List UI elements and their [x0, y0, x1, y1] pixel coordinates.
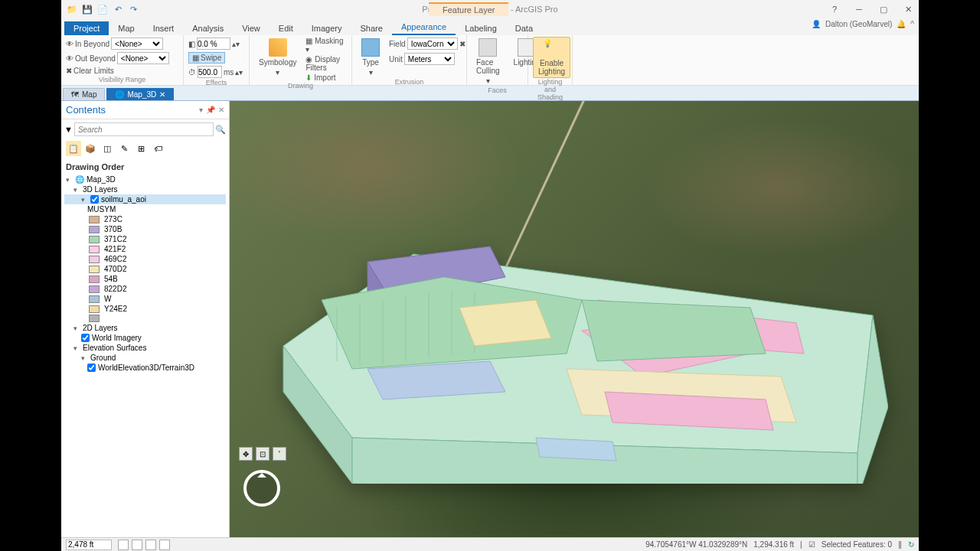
- type-button[interactable]: Type▾: [357, 37, 384, 78]
- open-icon[interactable]: 📁: [66, 3, 78, 15]
- list-selection-icon[interactable]: ◫: [100, 141, 115, 156]
- tab-share[interactable]: Share: [351, 21, 392, 35]
- close-icon[interactable]: ✕: [900, 3, 916, 15]
- close-tab-icon[interactable]: ✕: [159, 90, 165, 99]
- clear-limits-label[interactable]: Clear Limits: [74, 67, 114, 75]
- eye-icon: 👁: [66, 54, 74, 63]
- legend-item[interactable]: Y24E2: [64, 304, 226, 314]
- doc-tab-map3d[interactable]: 🌐Map_3D✕: [106, 88, 174, 100]
- sb-icon-3[interactable]: [145, 540, 156, 550]
- contents-pane: Contents ▾ 📌 ✕ ▼ 🔍 📋 📦 ◫ ✎ ⊞ 🏷: [61, 101, 230, 537]
- unit-select[interactable]: Meters: [404, 53, 455, 65]
- ground-label[interactable]: Ground: [90, 354, 116, 362]
- tab-edit[interactable]: Edit: [270, 21, 302, 35]
- list-editing-icon[interactable]: ✎: [116, 141, 132, 156]
- sb-icon-1[interactable]: [118, 540, 129, 550]
- legend-item[interactable]: 469C2: [64, 254, 226, 264]
- dropdown-icon[interactable]: ▾: [199, 106, 203, 114]
- symbology-button[interactable]: Symbology▾: [254, 37, 301, 78]
- face-culling-button[interactable]: Face Culling▾: [472, 37, 505, 86]
- swipe-button[interactable]: ▦Swipe: [188, 52, 225, 64]
- layer-row-selected[interactable]: ▾soilmu_a_aoi: [64, 194, 226, 204]
- zoom-icon[interactable]: ': [273, 447, 286, 461]
- save-icon[interactable]: 💾: [81, 3, 93, 15]
- layer-name[interactable]: soilmu_a_aoi: [101, 195, 146, 204]
- maximize-icon[interactable]: ▢: [876, 3, 891, 15]
- list-drawing-order-icon[interactable]: 📋: [66, 141, 81, 156]
- expander-icon[interactable]: ▾: [81, 196, 88, 204]
- scale-input[interactable]: [66, 540, 112, 550]
- sb-icon-2[interactable]: [132, 540, 142, 550]
- ms-input[interactable]: [198, 66, 222, 78]
- legend-item[interactable]: [64, 314, 226, 323]
- in-beyond-select[interactable]: <None>: [111, 37, 163, 50]
- layer-visibility-checkbox[interactable]: [90, 195, 99, 204]
- import-button[interactable]: ⬇ Import: [305, 73, 347, 82]
- masking-button[interactable]: ▦ Masking ▾: [305, 37, 347, 54]
- layers-2d-label[interactable]: 2D Layers: [83, 324, 118, 332]
- enable-lighting-button[interactable]: 💡 Enable Lighting: [533, 37, 570, 78]
- fullextent-icon[interactable]: ⊡: [256, 447, 270, 461]
- list-labeling-icon[interactable]: 🏷: [150, 141, 165, 156]
- tab-insert[interactable]: Insert: [144, 21, 184, 35]
- view-mode-icons: 📋 📦 ◫ ✎ ⊞ 🏷: [61, 139, 229, 158]
- tab-analysis[interactable]: Analysis: [183, 21, 233, 35]
- display-filters-button[interactable]: ◉ Display Filters: [305, 55, 347, 72]
- legend-item[interactable]: W: [64, 294, 226, 304]
- pause-icon[interactable]: ‖: [898, 540, 902, 549]
- search-icon[interactable]: 🔍: [215, 125, 226, 135]
- user-name[interactable]: Dalton (GeoMarvel): [825, 20, 892, 28]
- transparency-input[interactable]: [197, 37, 230, 50]
- tab-appearance[interactable]: Appearance: [392, 20, 456, 35]
- list-snapping-icon[interactable]: ⊞: [133, 141, 149, 156]
- search-input[interactable]: [74, 122, 214, 136]
- clear-field-icon[interactable]: ✖: [459, 40, 466, 48]
- legend-item[interactable]: 370B: [64, 224, 226, 234]
- compass-navigator[interactable]: [243, 470, 280, 507]
- scene-name[interactable]: Map_3D: [87, 175, 116, 184]
- close-pane-icon[interactable]: ✕: [218, 106, 224, 114]
- minimize-icon[interactable]: ─: [851, 3, 867, 15]
- layer-visibility-checkbox[interactable]: [87, 364, 96, 372]
- legend-item[interactable]: 273C: [64, 214, 226, 224]
- expander-icon[interactable]: ▾: [66, 176, 73, 184]
- new-icon[interactable]: 📄: [96, 3, 109, 15]
- expander-icon[interactable]: ▾: [74, 186, 80, 194]
- tab-view[interactable]: View: [233, 21, 270, 35]
- group-visibility-range: Visibility Range: [66, 76, 178, 84]
- pin-icon[interactable]: 📌: [206, 106, 215, 114]
- list-source-icon[interactable]: 📦: [83, 141, 98, 156]
- layer-visibility-checkbox[interactable]: [81, 334, 90, 342]
- undo-icon[interactable]: ↶: [112, 3, 124, 15]
- legend-item[interactable]: 421F2: [64, 244, 226, 254]
- collapse-ribbon-icon[interactable]: ^: [910, 20, 914, 28]
- expander-icon[interactable]: ▾: [74, 324, 80, 332]
- sb-icon-4[interactable]: [159, 540, 170, 550]
- legend-item[interactable]: 371C2: [64, 234, 226, 244]
- filter-icon[interactable]: ▼: [64, 125, 73, 134]
- world-imagery-label[interactable]: World Imagery: [92, 334, 142, 342]
- tab-map[interactable]: Map: [109, 21, 143, 35]
- elevation-surfaces-label[interactable]: Elevation Surfaces: [83, 344, 146, 352]
- legend-item[interactable]: 54B: [64, 274, 226, 284]
- world-elevation-label[interactable]: WorldElevation3D/Terrain3D: [98, 364, 194, 372]
- legend-item[interactable]: 822D2: [64, 284, 226, 294]
- tab-labeling[interactable]: Labeling: [456, 21, 506, 35]
- map-view-3d[interactable]: ✥ ⊡ ': [230, 101, 919, 537]
- help-icon[interactable]: ?: [827, 3, 842, 15]
- tab-imagery[interactable]: Imagery: [302, 21, 351, 35]
- expander-icon[interactable]: ▾: [81, 354, 88, 362]
- redo-icon[interactable]: ↷: [127, 3, 139, 15]
- map-icon: 🗺: [71, 90, 79, 99]
- refresh-icon[interactable]: ↻: [908, 540, 914, 549]
- field-select[interactable]: IowaCorn: [407, 37, 458, 50]
- tab-project[interactable]: Project: [64, 21, 109, 35]
- tab-data[interactable]: Data: [506, 21, 542, 35]
- doc-tab-map[interactable]: 🗺Map: [63, 88, 105, 100]
- out-beyond-select[interactable]: <None>: [117, 52, 169, 64]
- pan-icon[interactable]: ✥: [239, 447, 253, 461]
- legend-item[interactable]: 470D2: [64, 264, 226, 274]
- notification-icon[interactable]: 🔔: [897, 20, 906, 28]
- expander-icon[interactable]: ▾: [74, 344, 80, 352]
- layers-3d-label[interactable]: 3D Layers: [83, 185, 118, 194]
